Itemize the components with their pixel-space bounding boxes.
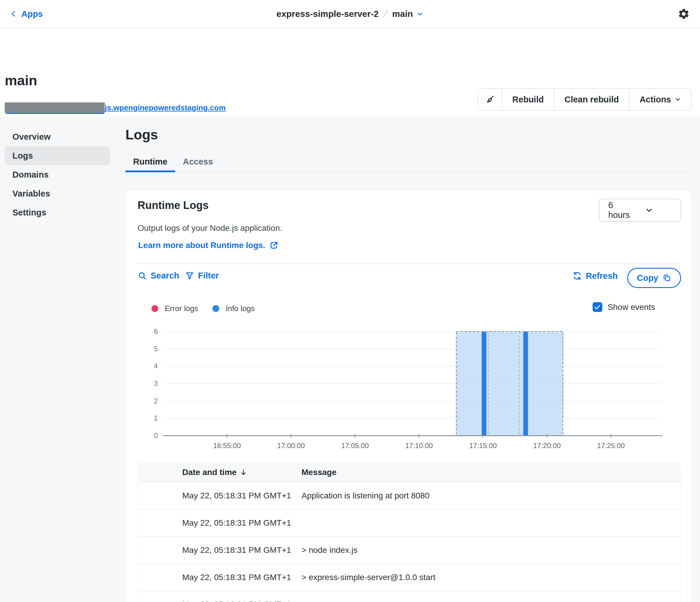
runtime-logs-card: Runtime Logs 6 hours Output logs of your…: [125, 190, 692, 602]
sidebar-item-variables[interactable]: Variables: [5, 184, 110, 203]
external-link-icon: [269, 241, 279, 250]
settings-gear-button[interactable]: [677, 0, 690, 28]
log-table-body: May 22, 05:18:31 PM GMT+1Application is …: [138, 482, 680, 602]
column-message-label: Message: [301, 467, 336, 477]
learn-more-label: Learn more about Runtime logs.: [138, 241, 265, 250]
chevron-left-icon: [10, 9, 17, 18]
y-tick-label: 1: [154, 414, 158, 422]
copy-icon: [662, 273, 671, 282]
clean-cache-button[interactable]: [478, 89, 502, 110]
table-row[interactable]: May 22, 05:18:31 PM GMT+1> express-simpl…: [138, 564, 680, 591]
log-date: May 22, 05:18:31 PM GMT+1: [182, 491, 301, 501]
hero-section: main js.wpenginepoweredstaging.com Rebui…: [0, 28, 700, 117]
app-name: express-simple-server-2: [276, 9, 378, 19]
x-tick-label: 17:10:00: [405, 441, 432, 450]
show-events-toggle[interactable]: Show events: [593, 302, 655, 312]
search-button[interactable]: Search: [138, 271, 179, 281]
refresh-label: Refresh: [586, 271, 618, 281]
back-label: Apps: [21, 9, 43, 19]
chevron-down-icon: [645, 206, 673, 214]
clean-rebuild-button[interactable]: Clean rebuild: [554, 89, 629, 110]
table-row[interactable]: May 22, 05:18:31 PM GMT+1: [138, 510, 680, 537]
legend-dot: [151, 305, 158, 312]
branch-name: main: [392, 9, 413, 19]
tab-access[interactable]: Access: [175, 153, 221, 172]
environment-title: main: [5, 72, 37, 89]
log-message: Application is listening at port 8080: [301, 491, 680, 501]
y-tick-label: 6: [154, 328, 158, 335]
y-tick-label: 4: [154, 362, 158, 370]
branch-selector[interactable]: main: [392, 9, 424, 19]
table-row[interactable]: May 22, 05:18:31 PM GMT+1Application is …: [138, 482, 680, 510]
chart-area[interactable]: 012345616:55:0017:00:0017:05:0017:10:001…: [130, 326, 680, 450]
environment-url-link[interactable]: js.wpenginepoweredstaging.com: [105, 103, 226, 112]
sidebar-item-logs[interactable]: Logs: [5, 146, 110, 165]
broom-icon: [484, 94, 495, 105]
log-event-bar[interactable]: [482, 332, 486, 436]
y-tick-label: 0: [154, 432, 158, 439]
log-date: May 22, 05:18:31 PM GMT+1: [182, 600, 301, 602]
x-tick-label: 16:55:00: [213, 441, 241, 450]
log-date: May 22, 05:18:31 PM GMT+1: [182, 573, 301, 582]
actions-dropdown-button[interactable]: Actions: [630, 89, 691, 110]
table-row[interactable]: May 22, 05:18:31 PM GMT+1> node index.js: [138, 537, 680, 564]
search-label: Search: [151, 271, 179, 281]
breadcrumb-separator: /: [382, 8, 388, 20]
top-header: Apps express-simple-server-2 / main: [0, 0, 700, 28]
copy-button[interactable]: Copy: [627, 268, 681, 288]
y-tick-label: 2: [154, 397, 158, 405]
time-range-select[interactable]: 6 hours: [599, 199, 681, 222]
x-tick-label: 17:20:00: [533, 441, 561, 450]
show-events-checkbox[interactable]: [593, 302, 602, 312]
tab-runtime[interactable]: Runtime: [125, 153, 175, 172]
sidebar-item-overview[interactable]: Overview: [5, 127, 110, 146]
refresh-button[interactable]: Refresh: [572, 271, 618, 281]
divider: [138, 263, 680, 264]
y-tick-label: 3: [154, 380, 158, 387]
chevron-down-icon: [417, 10, 424, 18]
log-event-bar[interactable]: [523, 332, 528, 436]
gear-icon: [677, 8, 690, 20]
x-tick-label: 17:15:00: [469, 441, 497, 450]
rebuild-button[interactable]: Rebuild: [502, 89, 554, 110]
column-message[interactable]: Message: [301, 467, 680, 477]
time-range-value: 6 hours: [608, 200, 636, 220]
filter-button[interactable]: Filter: [185, 271, 219, 281]
legend-label: Error logs: [165, 304, 198, 313]
card-description: Output logs of your Node.js application.: [138, 223, 282, 233]
y-tick-label: 5: [154, 345, 158, 353]
filter-funnel-icon: [185, 271, 194, 281]
legend-item-info-logs: Info logs: [212, 304, 255, 313]
actions-label: Actions: [640, 95, 671, 104]
log-table: Date and time Message May 22, 05:18:31 P…: [138, 463, 680, 602]
x-tick-label: 17:00:00: [277, 441, 305, 450]
sidebar-nav: OverviewLogsDomainsVariablesSettings: [5, 127, 110, 222]
table-row[interactable]: May 22, 05:18:31 PM GMT+1: [138, 591, 680, 602]
environment-url-row: js.wpenginepoweredstaging.com: [5, 102, 226, 113]
sort-descending-icon: [240, 468, 247, 476]
breadcrumb: express-simple-server-2 / main: [276, 0, 423, 28]
legend-label: Info logs: [226, 304, 255, 313]
log-message: > express-simple-server@1.0.0 start: [301, 573, 680, 582]
sidebar-item-domains[interactable]: Domains: [5, 165, 110, 184]
sidebar-item-settings[interactable]: Settings: [5, 203, 110, 222]
search-icon: [138, 271, 147, 281]
environment-actions-group: Rebuild Clean rebuild Actions: [477, 88, 692, 111]
app-screen: Apps express-simple-server-2 / main main…: [0, 0, 700, 602]
selection-region[interactable]: [456, 332, 563, 436]
redaction-box: [5, 102, 105, 113]
refresh-icon: [572, 271, 582, 281]
show-events-label: Show events: [608, 303, 655, 312]
log-message: > node index.js: [301, 546, 680, 555]
check-icon: [594, 304, 601, 311]
logs-tabs: RuntimeAccess: [125, 153, 692, 172]
card-title: Runtime Logs: [138, 199, 208, 212]
legend-item-error-logs: Error logs: [151, 304, 198, 313]
log-date: May 22, 05:18:31 PM GMT+1: [182, 518, 301, 528]
runtime-logs-chart: 012345616:55:0017:00:0017:05:0017:10:001…: [130, 326, 680, 450]
column-date[interactable]: Date and time: [182, 467, 301, 477]
column-date-label: Date and time: [182, 467, 237, 477]
log-date: May 22, 05:18:31 PM GMT+1: [182, 546, 301, 555]
learn-more-link[interactable]: Learn more about Runtime logs.: [138, 241, 279, 250]
back-to-apps-link[interactable]: Apps: [10, 0, 43, 28]
